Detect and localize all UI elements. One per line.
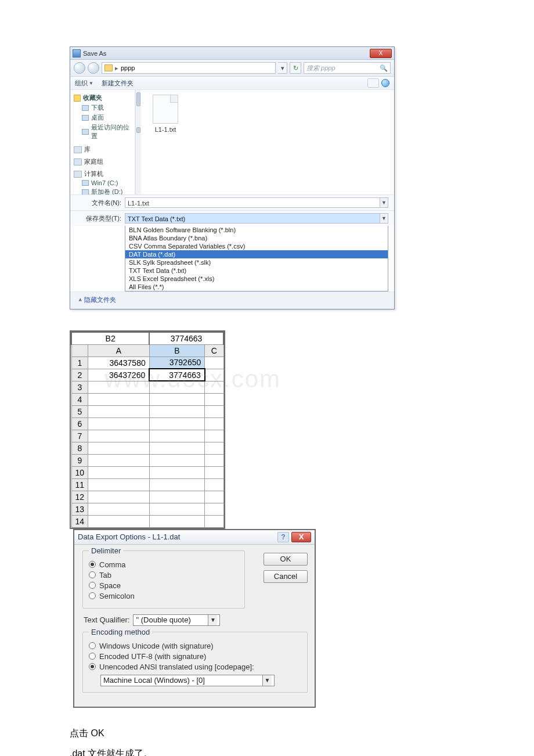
document-body: 点击 OK .dat 文件就生成了。 2、用.dat 文件绘图 先打开.dat … — [70, 728, 464, 757]
codepage-select[interactable]: Machine Local (Windows) - [0]▼ — [100, 675, 275, 686]
filetype-option-selected[interactable]: DAT Data (*.dat) — [125, 250, 388, 258]
row-header[interactable]: 1 — [71, 357, 88, 369]
cell[interactable]: 3792650 — [149, 357, 205, 369]
scrollbar-thumb[interactable] — [136, 127, 140, 133]
cell[interactable] — [149, 381, 205, 393]
ok-button[interactable]: OK — [264, 553, 308, 566]
filetype-option[interactable]: SLK Sylk Spreadsheet (*.slk) — [125, 258, 388, 267]
file-name: L1-1.txt — [147, 126, 184, 133]
toolbar: 组织▼ 新建文件夹 — [70, 77, 394, 90]
nav-downloads[interactable]: 下载 — [82, 103, 134, 112]
window-title: Save As — [83, 50, 106, 57]
path-box[interactable]: ▸ pppp — [102, 62, 276, 74]
row-header[interactable]: 4 — [71, 393, 88, 405]
close-button[interactable]: X — [291, 532, 311, 542]
help-icon[interactable]: ? — [277, 532, 289, 542]
nav-scrollbar[interactable] — [135, 90, 141, 195]
dialog-titlebar: Data Export Options - L1-1.dat ? X — [74, 530, 315, 545]
filetype-option[interactable]: XLS Excel Spreadsheet (*.xls) — [125, 275, 388, 283]
row-header[interactable]: 13 — [71, 503, 88, 515]
formula-bar[interactable]: 3774663 — [149, 332, 223, 344]
nav-recent[interactable]: 最近访问的位置 — [82, 123, 134, 141]
chevron-down-icon: ▼ — [208, 615, 217, 625]
radio-icon — [89, 561, 96, 568]
filetype-option[interactable]: All Files (*.*) — [125, 283, 388, 291]
cell[interactable] — [88, 381, 150, 393]
delimiter-space[interactable]: Space — [89, 581, 239, 590]
filetype-option[interactable]: CSV Comma Separated Variables (*.csv) — [125, 242, 388, 250]
filename-input[interactable]: L1-1.txt ▼ — [125, 197, 388, 208]
filetype-select[interactable]: TXT Text Data (*.txt) ▼ — [125, 213, 388, 224]
radio-icon — [89, 592, 96, 599]
row-header[interactable]: 9 — [71, 454, 88, 466]
new-folder-button[interactable]: 新建文件夹 — [102, 79, 134, 88]
cell[interactable] — [205, 381, 223, 393]
view-options-icon[interactable] — [367, 78, 379, 88]
row-header[interactable]: 11 — [71, 478, 88, 491]
row-header[interactable]: 7 — [71, 430, 88, 442]
file-list[interactable]: L1-1.txt — [141, 90, 394, 195]
row-header[interactable]: 3 — [71, 381, 88, 393]
cancel-button[interactable]: Cancel — [264, 570, 308, 583]
text-qualifier-label: Text Qualifier: — [84, 615, 129, 624]
encoding-unicode[interactable]: Windows Unicode (with signature) — [89, 642, 301, 650]
organize-menu[interactable]: 组织▼ — [75, 79, 93, 88]
radio-icon — [89, 653, 96, 660]
help-icon[interactable] — [381, 79, 389, 87]
delimiter-comma[interactable]: Comma — [89, 560, 239, 569]
save-icon — [73, 49, 81, 57]
encoding-legend: Encoding method — [89, 628, 152, 636]
chevron-down-icon[interactable]: ▼ — [380, 214, 388, 223]
chevron-down-icon: ▼ — [262, 675, 272, 686]
titlebar: Save As X — [70, 47, 394, 60]
row-header[interactable]: 12 — [71, 491, 88, 503]
nav-forward-icon[interactable] — [88, 62, 99, 74]
chevron-icon: ▸ — [115, 64, 118, 72]
name-box[interactable]: B2 — [71, 332, 149, 344]
col-header[interactable]: A — [88, 344, 150, 357]
nav-back-icon[interactable] — [74, 62, 85, 74]
row-header[interactable]: 2 — [71, 369, 88, 381]
row-header[interactable]: 6 — [71, 417, 88, 430]
radio-icon — [89, 642, 96, 649]
filetype-option[interactable]: BNA Atlas Boundary (*.bna) — [125, 234, 388, 242]
row-header[interactable]: 14 — [71, 515, 88, 527]
nav-favorites[interactable]: 收藏夹 — [83, 93, 102, 102]
filetype-dropdown[interactable]: BLN Golden Software Blanking (*.bln) BNA… — [125, 226, 388, 291]
data-export-dialog: Data Export Options - L1-1.dat ? X OK Ca… — [73, 529, 316, 708]
content-row: B2 3774663 A B C 1364375803792650 236437… — [70, 330, 464, 708]
cell[interactable]: 36437260 — [88, 369, 150, 381]
row-header[interactable]: 10 — [71, 466, 88, 478]
nav-drive-c[interactable]: Win7 (C:) — [82, 179, 134, 186]
row-header[interactable]: 8 — [71, 442, 88, 454]
delimiter-semicolon[interactable]: Semicolon — [89, 592, 239, 600]
delimiter-tab[interactable]: Tab — [89, 571, 239, 579]
encoding-ansi[interactable]: Unencoded ANSI translated using [codepag… — [89, 663, 301, 671]
nav-computer[interactable]: 计算机 — [74, 170, 134, 178]
nav-homegroup[interactable]: 家庭组 — [74, 157, 134, 166]
filetype-option[interactable]: TXT Text Data (*.txt) — [125, 267, 388, 275]
hide-folders-toggle[interactable]: ▾隐藏文件夹 — [70, 291, 394, 309]
row-header[interactable]: 5 — [71, 405, 88, 417]
scrollbar-thumb[interactable] — [136, 92, 140, 106]
chevron-down-icon[interactable]: ▼ — [380, 198, 388, 207]
text-qualifier-select[interactable]: " (Double quote)▼ — [133, 614, 220, 626]
cell[interactable]: 36437580 — [88, 357, 150, 369]
encoding-utf8[interactable]: Encoded UTF-8 (with signature) — [89, 652, 301, 661]
close-button[interactable]: X — [370, 49, 392, 58]
radio-icon — [89, 663, 96, 670]
file-item[interactable]: L1-1.txt — [147, 95, 184, 133]
col-header[interactable]: B — [149, 344, 205, 357]
nav-libraries[interactable]: 库 — [74, 145, 134, 154]
active-cell[interactable]: 3774663 — [149, 369, 205, 381]
search-input[interactable]: 搜索 pppp 🔍 — [304, 62, 391, 74]
nav-drive-d[interactable]: 新加卷 (D:) — [82, 188, 134, 195]
refresh-icon[interactable]: ↻ — [290, 62, 301, 74]
nav-desktop[interactable]: 桌面 — [82, 113, 134, 122]
path-dropdown[interactable]: ▾ — [278, 62, 287, 74]
col-header[interactable]: C — [205, 344, 223, 357]
cell[interactable] — [205, 357, 223, 369]
desktop-icon — [82, 115, 89, 121]
filetype-option[interactable]: BLN Golden Software Blanking (*.bln) — [125, 226, 388, 234]
cell[interactable] — [205, 369, 223, 381]
